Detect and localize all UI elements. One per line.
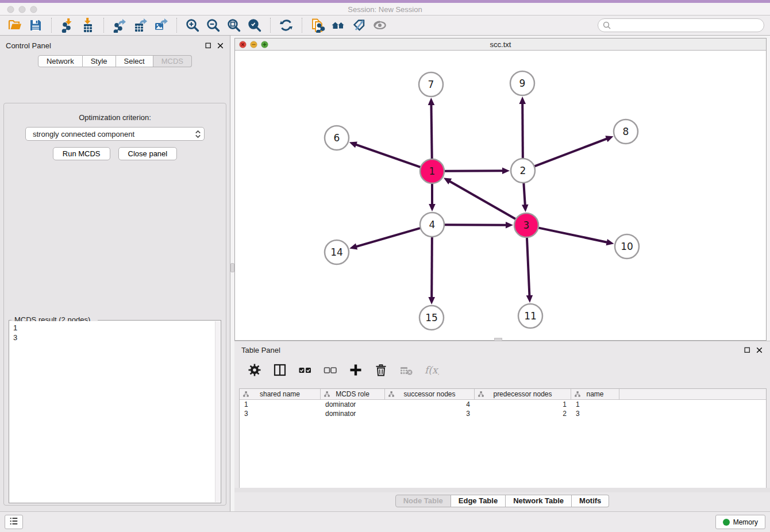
export-image-icon[interactable] — [151, 17, 171, 34]
table-cell[interactable]: 3 — [385, 409, 475, 418]
memory-button[interactable]: Memory — [715, 515, 765, 529]
network-graph[interactable]: 1234678910111415 — [235, 51, 766, 340]
zoom-out-icon[interactable] — [203, 17, 224, 34]
network-canvas[interactable]: 1234678910111415 — [235, 51, 766, 340]
column-header-MCDS-role[interactable]: MCDS role — [321, 389, 385, 399]
tab-select[interactable]: Select — [116, 55, 153, 67]
network-window-titlebar[interactable]: scc.txt — [235, 38, 766, 51]
status-bar: Memory — [0, 511, 770, 532]
table-cell[interactable]: dominator — [321, 400, 385, 409]
toolbar-separator — [176, 18, 177, 33]
search-box[interactable] — [598, 18, 764, 32]
minimize-window-icon[interactable] — [18, 6, 26, 13]
tab-motifs[interactable]: Motifs — [572, 495, 609, 507]
table-splitter-grip[interactable] — [494, 338, 502, 341]
table-cell[interactable]: 1 — [240, 400, 321, 409]
hide-labels-icon[interactable] — [349, 17, 369, 34]
mcds-result-list[interactable]: 13 — [10, 321, 214, 502]
graph-node-2[interactable]: 2 — [511, 159, 535, 183]
zoom-selected-icon[interactable] — [244, 17, 265, 34]
tab-mcds[interactable]: MCDS — [153, 55, 192, 67]
tab-network-table[interactable]: Network Table — [506, 495, 572, 507]
graph-node-15[interactable]: 15 — [419, 306, 444, 330]
graph-edge-2-3[interactable] — [522, 183, 529, 212]
delete-table-icon[interactable] — [395, 361, 417, 379]
graph-node-3[interactable]: 3 — [514, 213, 538, 237]
search-input[interactable] — [614, 21, 759, 30]
graph-node-4[interactable]: 4 — [420, 213, 444, 237]
split-pane-icon[interactable] — [269, 361, 291, 379]
graph-edge-3-10[interactable] — [538, 228, 614, 245]
zoom-fit-icon[interactable] — [224, 17, 244, 34]
first-neighbors-icon[interactable] — [328, 17, 349, 34]
graph-node-7[interactable]: 7 — [419, 72, 443, 97]
graph-edge-1-2[interactable] — [444, 167, 510, 174]
graph-edge-1-6[interactable] — [349, 141, 421, 167]
table-cell[interactable]: 4 — [385, 400, 475, 409]
tab-edge-table[interactable]: Edge Table — [451, 495, 506, 507]
workspace: scc.txt 1234678910111415 Table Panel f(x… — [234, 36, 770, 511]
graph-edge-2-9[interactable] — [519, 97, 526, 159]
close-window-icon[interactable] — [7, 6, 14, 13]
function-icon[interactable]: f(x) — [421, 361, 442, 379]
refresh-icon[interactable] — [276, 17, 297, 34]
graph-edge-4-14[interactable] — [349, 228, 421, 250]
close-panel-icon[interactable] — [217, 42, 224, 49]
close-table-panel-icon[interactable] — [756, 346, 763, 354]
result-scrollbar[interactable] — [215, 321, 220, 502]
graph-edge-4-15[interactable] — [428, 237, 435, 304]
graph-node-6[interactable]: 6 — [325, 126, 349, 150]
show-graphics-icon[interactable] — [369, 17, 390, 34]
new-network-from-selection-icon[interactable] — [307, 17, 328, 34]
column-header-successor-nodes[interactable]: successor nodes — [385, 389, 475, 399]
select-all-icon[interactable] — [294, 361, 316, 379]
table-cell[interactable]: 1 — [571, 400, 619, 409]
gear-icon[interactable] — [244, 361, 265, 379]
graph-edge-3-11[interactable] — [526, 237, 533, 303]
graph-node-14[interactable]: 14 — [325, 240, 349, 264]
open-session-icon[interactable] — [5, 17, 25, 34]
delete-icon[interactable] — [370, 361, 392, 379]
splitter-grip[interactable] — [230, 263, 234, 272]
tab-network[interactable]: Network — [38, 55, 83, 67]
column-header-name[interactable]: name — [571, 389, 619, 399]
optimization-criterion-select[interactable]: strongly connected component — [25, 127, 205, 141]
export-table-icon[interactable] — [130, 17, 151, 34]
column-header-shared-name[interactable]: shared name — [240, 389, 321, 399]
table-cell[interactable]: 3 — [571, 409, 619, 418]
panel-splitter[interactable] — [230, 36, 234, 511]
deselect-all-icon[interactable] — [319, 361, 341, 379]
graph-node-8[interactable]: 8 — [614, 119, 638, 144]
save-session-icon[interactable] — [25, 17, 46, 34]
table-cell[interactable]: 3 — [240, 409, 321, 418]
tab-node-table[interactable]: Node Table — [395, 495, 451, 507]
graph-edge-2-8[interactable] — [534, 136, 614, 166]
task-history-button[interactable] — [5, 515, 23, 529]
graph-node-1[interactable]: 1 — [420, 159, 444, 183]
import-network-icon[interactable] — [57, 17, 78, 34]
graph-edge-1-7[interactable] — [428, 98, 435, 159]
import-table-icon[interactable] — [78, 17, 98, 34]
run-mcds-button[interactable]: Run MCDS — [53, 147, 110, 160]
column-header-predecessor-nodes[interactable]: predecessor nodes — [475, 389, 571, 399]
float-table-panel-icon[interactable] — [744, 346, 751, 354]
tab-style[interactable]: Style — [83, 55, 116, 67]
float-panel-icon[interactable] — [205, 42, 212, 49]
zoom-in-icon[interactable] — [182, 17, 203, 34]
graph-edge-4-3[interactable] — [444, 222, 513, 229]
graph-node-10[interactable]: 10 — [615, 234, 639, 259]
close-panel-button[interactable]: Close panel — [118, 147, 178, 160]
graph-node-9[interactable]: 9 — [510, 71, 534, 95]
table-cell[interactable]: 1 — [475, 400, 571, 409]
zoom-window-icon[interactable] — [30, 6, 37, 13]
graph-edge-3-1[interactable] — [444, 178, 516, 219]
export-network-icon[interactable] — [109, 17, 130, 34]
add-icon[interactable] — [345, 361, 367, 379]
graph-node-11[interactable]: 11 — [518, 304, 542, 328]
table-row[interactable]: 3dominator323 — [240, 409, 766, 418]
table-cell[interactable]: dominator — [321, 409, 385, 418]
table-row[interactable]: 1dominator411 — [240, 400, 766, 409]
graph-edge-1-4[interactable] — [429, 183, 436, 211]
node-label: 10 — [621, 241, 633, 252]
table-cell[interactable]: 2 — [475, 409, 571, 418]
